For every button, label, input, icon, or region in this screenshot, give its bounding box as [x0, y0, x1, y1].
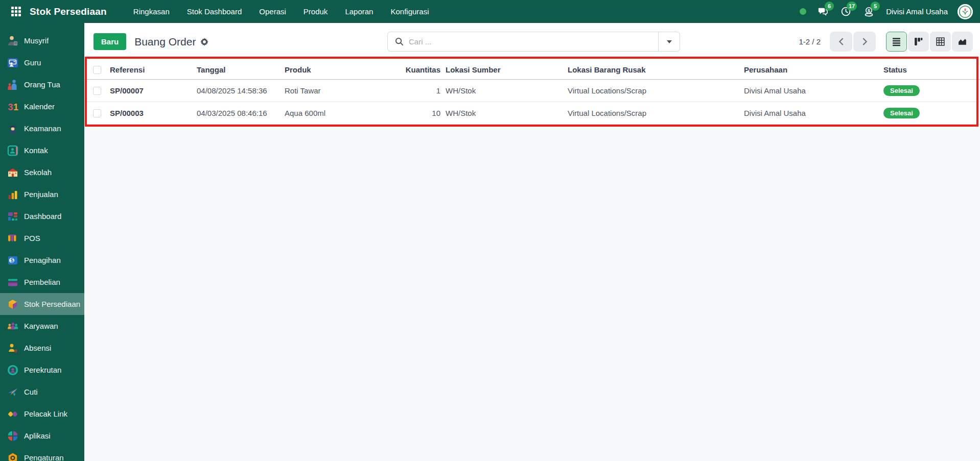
cell-lokasi-barang-rusak: Virtual Locations/Scrap: [563, 86, 739, 95]
sidebar-item-label: Absensi: [24, 344, 51, 352]
new-button[interactable]: Baru: [94, 33, 126, 50]
sidebar-item-label: Guru: [24, 58, 41, 67]
sidebar-item-label: Penagihan: [24, 256, 61, 264]
row-checkbox[interactable]: [93, 87, 101, 95]
column-header-lokasi-barang-rusak[interactable]: Lokasi Barang Rusak: [563, 65, 739, 74]
cell-lokasi-barang-rusak: Virtual Locations/Scrap: [563, 109, 739, 117]
search-input[interactable]: [409, 37, 658, 46]
sidebar-item-absensi[interactable]: Absensi: [0, 337, 84, 359]
sidebar-item-cuti[interactable]: Cuti: [0, 381, 84, 403]
sidebar-item-kalender[interactable]: 31Kalender: [0, 95, 84, 117]
column-header-tanggal[interactable]: Tanggal: [197, 65, 285, 74]
sidebar: MusyrifGuruOrang Tua31KalenderKeamananKo…: [0, 23, 84, 461]
sidebar-item-orang-tua[interactable]: Orang Tua: [0, 74, 84, 95]
search-icon: [395, 37, 404, 46]
presence-dot-icon: [800, 8, 806, 15]
company-logo-icon: [958, 4, 973, 19]
orang-tua-icon: [7, 79, 19, 91]
row-checkbox[interactable]: [93, 109, 101, 117]
sidebar-item-kontak[interactable]: Kontak: [0, 139, 84, 161]
view-switcher: [886, 32, 973, 52]
pager-range: 1-2 / 2: [799, 37, 821, 46]
search-dropdown-toggle[interactable]: [658, 32, 680, 51]
guru-icon: [7, 57, 19, 69]
pelacak-link-icon: [7, 408, 19, 420]
column-header-lokasi-sumber[interactable]: Lokasi Sumber: [440, 65, 563, 74]
pager-previous-button[interactable]: [830, 32, 852, 52]
cell-lokasi-sumber: WH/Stok: [440, 109, 563, 117]
column-header-perusahaan[interactable]: Perusahaan: [739, 65, 878, 74]
sales-badge: 5: [871, 2, 880, 11]
sidebar-item-penagihan[interactable]: $Penagihan: [0, 249, 84, 271]
cuti-icon: [7, 386, 19, 398]
row-checkbox-cell: [84, 109, 110, 117]
select-all-checkbox[interactable]: [93, 66, 101, 74]
column-header-produk[interactable]: Produk: [285, 65, 370, 74]
sidebar-item-label: POS: [24, 234, 40, 242]
sidebar-item-dashboard[interactable]: Dashboard: [0, 205, 84, 227]
sidebar-item-perekrutan[interactable]: Perekrutan: [0, 359, 84, 381]
sidebar-item-pelacak-link[interactable]: Pelacak Link: [0, 403, 84, 425]
svg-text:1: 1: [13, 102, 18, 112]
company-switcher[interactable]: Divisi Amal Usaha: [886, 7, 948, 16]
nav-menu-operasi[interactable]: Operasi: [259, 7, 286, 16]
table-row[interactable]: SP/0000304/03/2025 08:46:16Aqua 600ml10W…: [84, 102, 980, 125]
sidebar-item-stok-persediaan[interactable]: Stok Persediaan: [0, 293, 84, 315]
cell-status: Selesai: [878, 85, 980, 96]
column-header-kuantitas[interactable]: Kuantitas: [370, 65, 440, 74]
top-navbar: Stok Persediaan RingkasanStok DashboardO…: [0, 0, 980, 23]
sidebar-item-guru[interactable]: Guru: [0, 52, 84, 74]
sidebar-item-karyawan[interactable]: Karyawan: [0, 315, 84, 337]
cell-tanggal: 04/08/2025 14:58:36: [197, 86, 285, 95]
user-avatar[interactable]: [958, 4, 973, 19]
nav-menu-stok-dashboard[interactable]: Stok Dashboard: [187, 7, 242, 16]
page-title: Buang Order: [134, 36, 196, 48]
view-switcher-graph-button[interactable]: [952, 32, 973, 52]
sidebar-item-sekolah[interactable]: Sekolah: [0, 161, 84, 183]
table-body: SP/0000704/08/2025 14:58:36Roti Tawar1WH…: [84, 80, 980, 125]
table-row[interactable]: SP/0000704/08/2025 14:58:36Roti Tawar1WH…: [84, 80, 980, 102]
sidebar-item-pembelian[interactable]: Pembelian: [0, 271, 84, 293]
view-switcher-kanban-button[interactable]: [908, 32, 929, 52]
sidebar-item-musyrif[interactable]: Musyrif: [0, 30, 84, 52]
sidebar-item-label: Dashboard: [24, 212, 61, 221]
view-switcher-pivot-button[interactable]: [930, 32, 951, 52]
sidebar-item-pos[interactable]: POS: [0, 227, 84, 249]
nav-menu-produk[interactable]: Produk: [304, 7, 328, 16]
cell-lokasi-sumber: WH/Stok: [440, 86, 563, 95]
sidebar-item-label: Kontak: [24, 146, 48, 155]
row-checkbox-cell: [84, 87, 110, 95]
apps-menu-button[interactable]: [7, 4, 25, 19]
sekolah-icon: [7, 166, 19, 179]
pivot-view-icon: [936, 37, 945, 46]
sidebar-item-pengaturan[interactable]: Pengaturan: [0, 447, 84, 461]
pos-icon: [7, 232, 19, 245]
column-header-referensi[interactable]: Referensi: [110, 65, 197, 74]
sidebar-item-label: Perekrutan: [24, 366, 61, 374]
nav-menu-konfigurasi[interactable]: Konfigurasi: [390, 7, 429, 16]
messages-button[interactable]: 6: [816, 5, 829, 18]
cell-produk: Aqua 600ml: [285, 109, 370, 117]
navbar-menus: RingkasanStok DashboardOperasiProdukLapo…: [133, 7, 429, 16]
sidebar-item-aplikasi[interactable]: Aplikasi: [0, 425, 84, 447]
aplikasi-icon: [7, 430, 19, 442]
app-title[interactable]: Stok Persediaan: [30, 6, 107, 17]
sales-notifications-button[interactable]: $ 5: [862, 5, 875, 18]
nav-menu-ringkasan[interactable]: Ringkasan: [133, 7, 170, 16]
pembelian-icon: [7, 276, 19, 288]
sidebar-item-label: Pengaturan: [24, 453, 64, 461]
view-switcher-list-button[interactable]: [886, 32, 907, 52]
pager: [830, 32, 876, 52]
sidebar-item-penjualan[interactable]: Penjualan: [0, 183, 84, 205]
navbar-right: 6 17 $ 5 Divisi Amal Usaha: [800, 4, 973, 19]
sidebar-item-label: Orang Tua: [24, 80, 60, 89]
column-header-status[interactable]: Status: [878, 65, 980, 74]
pager-next-button[interactable]: [853, 32, 876, 52]
kanban-view-icon: [914, 37, 923, 46]
status-badge: Selesai: [883, 108, 920, 118]
activities-button[interactable]: 17: [839, 5, 852, 18]
svg-text:3: 3: [8, 102, 13, 112]
nav-menu-laporan[interactable]: Laporan: [345, 7, 373, 16]
view-settings-button[interactable]: [200, 38, 208, 46]
sidebar-item-keamanan[interactable]: Keamanan: [0, 117, 84, 139]
